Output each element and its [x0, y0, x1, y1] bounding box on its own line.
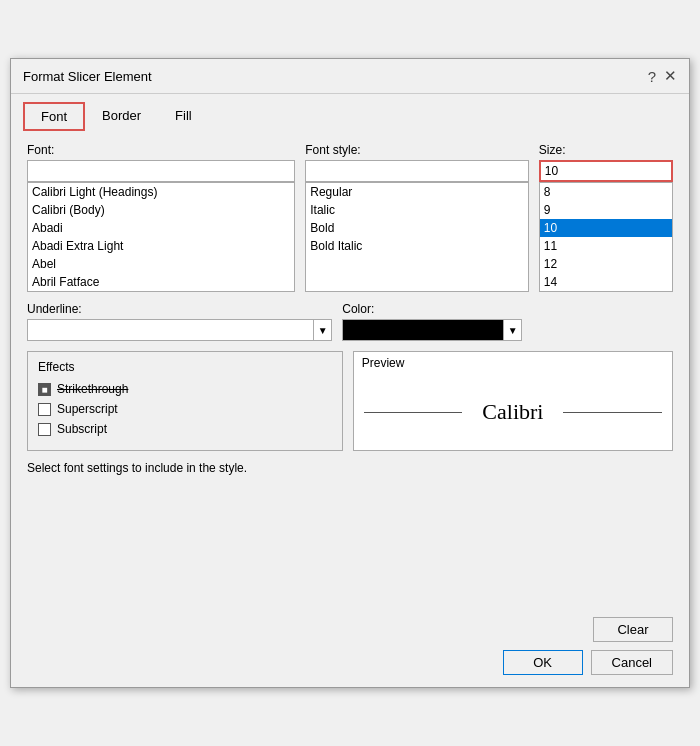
font-size-column: Size: 8 9 10 11 12 14	[539, 143, 673, 292]
font-style-label: Font style:	[305, 143, 529, 157]
color-column: Color: ▼	[342, 302, 673, 341]
font-size-listbox[interactable]: 8 9 10 11 12 14	[539, 182, 673, 292]
strikethrough-row: ■ Strikethrough	[38, 382, 332, 396]
font-size-label: Size:	[539, 143, 673, 157]
font-style-listbox[interactable]: Regular Italic Bold Bold Italic	[305, 182, 529, 292]
color-swatch	[343, 320, 503, 340]
list-item[interactable]: Bold Italic	[306, 237, 528, 255]
preview-title: Preview	[354, 352, 672, 374]
dialog-title: Format Slicer Element	[23, 69, 152, 84]
font-size-input[interactable]	[539, 160, 673, 182]
superscript-checkbox[interactable]	[38, 403, 51, 416]
preview-line-right	[563, 412, 662, 413]
font-input[interactable]	[27, 160, 295, 182]
font-style-size-section: Font: Calibri Light (Headings) Calibri (…	[27, 143, 673, 292]
info-text: Select font settings to include in the s…	[27, 461, 673, 475]
superscript-row: Superscript	[38, 402, 332, 416]
underline-dropdown-arrow[interactable]: ▼	[313, 320, 331, 340]
tab-border[interactable]: Border	[85, 102, 158, 131]
dialog-body: Font: Calibri Light (Headings) Calibri (…	[11, 131, 689, 607]
preview-inner: Calibri	[354, 374, 672, 450]
font-style-column: Font style: Regular Italic Bold Bold Ita…	[305, 143, 529, 292]
color-dropdown-arrow[interactable]: ▼	[503, 320, 521, 340]
list-item[interactable]: Abadi	[28, 219, 294, 237]
list-item-selected[interactable]: 10	[540, 219, 672, 237]
footer-row-ok-cancel: OK Cancel	[27, 650, 673, 675]
font-label: Font:	[27, 143, 295, 157]
ok-button[interactable]: OK	[503, 650, 583, 675]
list-item[interactable]: Regular	[306, 183, 528, 201]
effects-preview-section: Effects ■ Strikethrough Superscript Subs…	[27, 351, 673, 451]
underline-select[interactable]: ▼	[27, 319, 332, 341]
tabs: Font Border Fill	[11, 94, 689, 131]
dialog-footer: Clear OK Cancel	[11, 607, 689, 687]
superscript-label: Superscript	[57, 402, 118, 416]
strikethrough-label: Strikethrough	[57, 382, 128, 396]
subscript-checkbox[interactable]	[38, 423, 51, 436]
preview-text: Calibri	[482, 399, 543, 425]
tab-fill[interactable]: Fill	[158, 102, 209, 131]
effects-box: Effects ■ Strikethrough Superscript Subs…	[27, 351, 343, 451]
list-item[interactable]: Calibri Light (Headings)	[28, 183, 294, 201]
list-item[interactable]: Bold	[306, 219, 528, 237]
preview-line-left	[364, 412, 463, 413]
underline-label: Underline:	[27, 302, 332, 316]
underline-column: Underline: ▼	[27, 302, 332, 341]
list-item[interactable]: 8	[540, 183, 672, 201]
font-style-input[interactable]	[305, 160, 529, 182]
close-icon[interactable]: ✕	[664, 67, 677, 85]
list-item[interactable]: Abel	[28, 255, 294, 273]
tab-font[interactable]: Font	[23, 102, 85, 131]
titlebar: Format Slicer Element ? ✕	[11, 59, 689, 94]
list-item[interactable]: 9	[540, 201, 672, 219]
font-column: Font: Calibri Light (Headings) Calibri (…	[27, 143, 295, 292]
list-item[interactable]: 11	[540, 237, 672, 255]
list-item[interactable]: Abadi Extra Light	[28, 237, 294, 255]
list-item[interactable]: Calibri (Body)	[28, 201, 294, 219]
clear-button[interactable]: Clear	[593, 617, 673, 642]
font-listbox[interactable]: Calibri Light (Headings) Calibri (Body) …	[27, 182, 295, 292]
subscript-row: Subscript	[38, 422, 332, 436]
titlebar-icons: ? ✕	[648, 67, 677, 85]
color-select[interactable]: ▼	[342, 319, 522, 341]
list-item[interactable]: 12	[540, 255, 672, 273]
underline-value	[28, 328, 313, 332]
strikethrough-checkbox[interactable]: ■	[38, 383, 51, 396]
format-slicer-dialog: Format Slicer Element ? ✕ Font Border Fi…	[10, 58, 690, 688]
preview-box: Preview Calibri	[353, 351, 673, 451]
subscript-label: Subscript	[57, 422, 107, 436]
footer-row-clear: Clear	[27, 617, 673, 642]
help-icon[interactable]: ?	[648, 68, 656, 85]
list-item[interactable]: 14	[540, 273, 672, 291]
list-item[interactable]: Italic	[306, 201, 528, 219]
color-label: Color:	[342, 302, 673, 316]
underline-color-section: Underline: ▼ Color: ▼	[27, 302, 673, 341]
cancel-button[interactable]: Cancel	[591, 650, 673, 675]
list-item[interactable]: Abril Fatface	[28, 273, 294, 291]
effects-title: Effects	[38, 360, 332, 374]
